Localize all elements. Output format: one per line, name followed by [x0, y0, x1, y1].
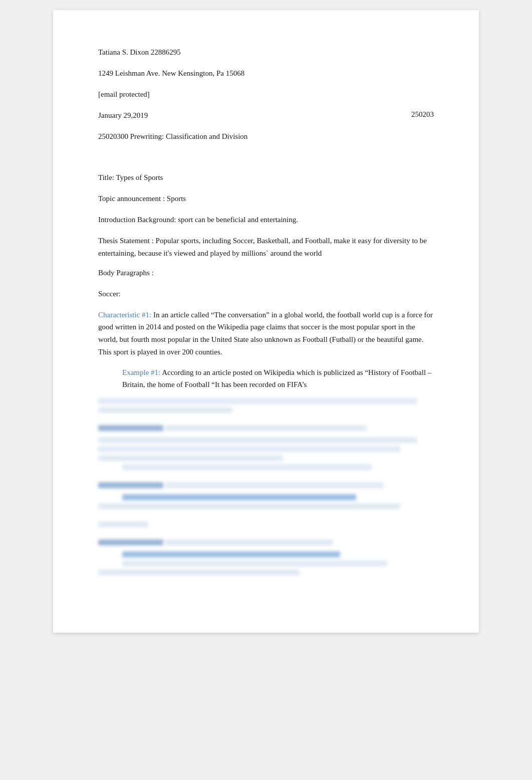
intro-label: Introduction Background:: [98, 216, 176, 224]
blurred-continuation-1: [98, 398, 434, 413]
char1-label: Characteristic #1:: [98, 311, 151, 319]
title-value: Types of Sports: [116, 173, 163, 181]
topic-value: : Sports: [161, 194, 186, 203]
blurred-basketball: [98, 521, 434, 527]
thesis-label: Thesis Statement :: [98, 237, 154, 245]
author-email: [email protected]: [98, 88, 434, 100]
intro-line: Introduction Background: sport can be be…: [98, 214, 434, 226]
example-1-block: Example #1: According to an article post…: [122, 366, 434, 392]
document-date: January 29,2019: [98, 109, 434, 121]
topic-line: Topic announcement : Sports: [98, 192, 434, 205]
ex1-label: Example #1:: [122, 368, 160, 376]
body-paragraphs-label: Body Paragraphs :: [98, 267, 434, 279]
intro-value: sport can be beneficial and entertaining…: [176, 216, 298, 224]
author-name: Tatiana S. Dixon 22886295: [98, 46, 434, 58]
document-page: Tatiana S. Dixon 22886295 1249 Leishman …: [53, 10, 479, 633]
soccer-label: Soccer:: [98, 288, 434, 300]
page-number: 250203: [411, 110, 434, 119]
thesis-line: Thesis Statement : Popular sports, inclu…: [98, 235, 434, 260]
blurred-basketball-char: [98, 539, 434, 575]
ex1-text: According to an article posted on Wikipe…: [122, 368, 431, 389]
characteristic-1-block: Characteristic #1: In an article called …: [98, 309, 434, 358]
course-title: 25020300 Prewriting: Classification and …: [98, 130, 434, 142]
topic-label: Topic announcement: [98, 194, 161, 203]
title-label: Title:: [98, 173, 116, 181]
blurred-characteristic-2: [98, 425, 434, 470]
author-address: 1249 Leishman Ave. New Kensington, Pa 15…: [98, 67, 434, 79]
title-line: Title: Types of Sports: [98, 171, 434, 183]
blurred-characteristic-3: [98, 482, 434, 509]
